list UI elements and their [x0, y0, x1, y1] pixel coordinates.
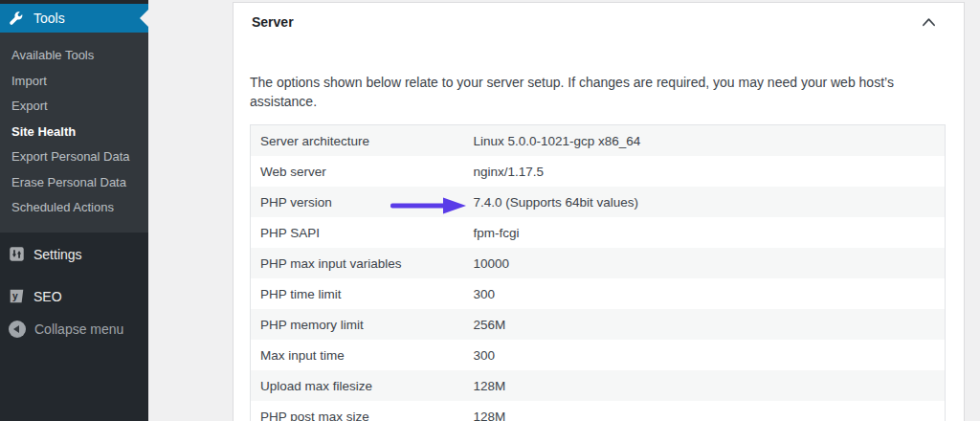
row-value: 256M — [464, 309, 946, 340]
chevron-up-icon[interactable] — [920, 15, 938, 29]
server-info-table: Server architectureLinux 5.0.0-1021-gcp … — [250, 124, 946, 421]
row-value: 300 — [464, 340, 946, 370]
sidebar-subitem-import[interactable]: Import — [0, 69, 148, 95]
row-label: Max input time — [251, 340, 464, 370]
section-title: Server — [252, 14, 294, 30]
row-label: Server architecture — [251, 125, 464, 157]
circle-arrow-left-icon — [9, 321, 26, 338]
sidebar-item-settings-label: Settings — [33, 247, 82, 262]
row-value: 7.4.0 (Supports 64bit values) — [464, 187, 946, 217]
yoast-y-icon: y — [9, 288, 25, 304]
row-label: PHP max input variables — [251, 248, 464, 278]
table-row: PHP memory limit256M — [251, 309, 946, 340]
server-accordion-header[interactable]: Server — [234, 3, 964, 41]
table-row: Web servernginx/1.17.5 — [251, 156, 946, 187]
sidebar-item-collapse-menu[interactable]: Collapse menu — [0, 313, 148, 345]
sidebar-subitem-export[interactable]: Export — [0, 94, 148, 120]
row-value: 128M — [464, 401, 946, 421]
row-value: fpm-fcgi — [464, 217, 946, 248]
row-value: 128M — [464, 370, 946, 401]
svg-text:y: y — [12, 291, 18, 301]
row-label: PHP post max size — [251, 401, 464, 421]
sliders-icon — [9, 246, 25, 262]
table-row: PHP post max size128M — [251, 401, 946, 421]
sidebar-item-seo[interactable]: y SEO — [0, 280, 148, 313]
sidebar-item-collapse-label: Collapse menu — [34, 321, 123, 337]
sidebar-subitem-site-health[interactable]: Site Health — [0, 120, 148, 145]
sidebar-subitem-available-tools[interactable]: Available Tools — [0, 43, 148, 69]
table-row: PHP version7.4.0 (Supports 64bit values) — [251, 187, 946, 217]
wrench-icon — [9, 11, 25, 27]
row-label: Upload max filesize — [251, 370, 464, 401]
wordpress-admin-screen: { "sidebar": { "tools_label": "Tools", "… — [0, 0, 980, 421]
server-info-table-wrap: Server architectureLinux 5.0.0-1021-gcp … — [250, 124, 946, 421]
row-label: PHP time limit — [251, 278, 464, 309]
sidebar-item-tools[interactable]: Tools — [0, 4, 148, 33]
sidebar-item-settings[interactable]: Settings — [0, 238, 148, 271]
admin-sidebar: Tools Available ToolsImportExportSite He… — [0, 0, 148, 421]
sidebar-subitem-export-personal-data[interactable]: Export Personal Data — [0, 144, 148, 170]
table-row: Upload max filesize128M — [251, 370, 946, 401]
current-menu-notch — [140, 10, 148, 27]
sidebar-item-seo-label: SEO — [33, 289, 62, 304]
sidebar-subitem-erase-personal-data[interactable]: Erase Personal Data — [0, 170, 148, 196]
row-value: 300 — [464, 278, 946, 309]
table-row: PHP time limit300 — [251, 278, 946, 309]
table-row: PHP SAPIfpm-fcgi — [251, 217, 946, 248]
row-label: Web server — [251, 156, 464, 187]
table-row: Server architectureLinux 5.0.0-1021-gcp … — [251, 125, 946, 157]
section-description: The options shown below relate to your s… — [250, 73, 946, 111]
row-value: nginx/1.17.5 — [464, 156, 946, 187]
row-value: Linux 5.0.0-1021-gcp x86_64 — [464, 125, 946, 157]
sidebar-item-tools-label: Tools — [33, 11, 65, 26]
row-value: 10000 — [464, 248, 946, 278]
tools-submenu: Available ToolsImportExportSite HealthEx… — [0, 33, 148, 233]
site-health-server-section: Server The options shown below relate to… — [233, 2, 965, 421]
table-row: Max input time300 — [251, 340, 946, 370]
row-label: PHP memory limit — [251, 309, 464, 340]
server-section-body: The options shown below relate to your s… — [234, 73, 964, 421]
row-label: PHP version — [251, 187, 464, 217]
row-label: PHP SAPI — [251, 217, 464, 248]
sidebar-subitem-scheduled-actions[interactable]: Scheduled Actions — [0, 195, 148, 221]
table-row: PHP max input variables10000 — [251, 248, 946, 278]
